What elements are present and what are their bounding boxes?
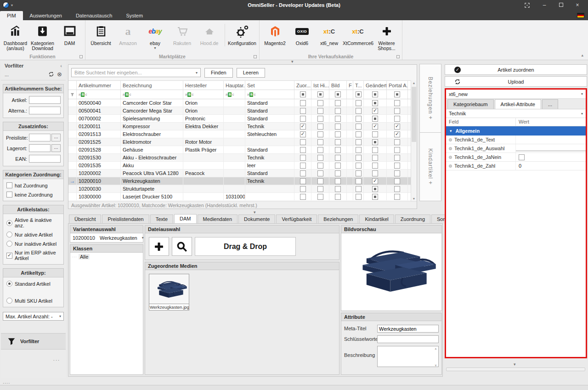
row-checkbox[interactable]: [317, 147, 323, 153]
dialog-launcher-icon[interactable]: [79, 55, 83, 58]
cell-set[interactable]: Standard: [245, 107, 294, 114]
cell-bild[interactable]: [329, 154, 347, 161]
table-row[interactable]: →10200010WerkzeugkastenTechnik: [68, 177, 411, 185]
column-header-portal[interactable]: Portal A...: [387, 81, 408, 90]
cell-geaendert[interactable]: [364, 107, 387, 114]
collapse-left-icon[interactable]: ‹: [60, 63, 62, 68]
row-checkbox[interactable]: [335, 131, 341, 137]
schluesselworte-input[interactable]: [377, 335, 439, 343]
cell-geaendert[interactable]: [364, 193, 387, 200]
ribbon-item-xt6-new[interactable]: xt:C xt6_new: [316, 23, 343, 51]
row-checkbox[interactable]: [356, 170, 362, 176]
media-thumbnail[interactable]: Werkzeugkasten.jpg: [149, 274, 189, 311]
cell-portal[interactable]: [387, 185, 408, 192]
scroll-down-icon[interactable]: ▼: [411, 197, 417, 200]
row-checkbox[interactable]: [317, 116, 323, 122]
attribute-value-cell[interactable]: [516, 136, 586, 144]
feld-column-header[interactable]: Feld: [446, 118, 516, 126]
cell-set[interactable]: leer: [245, 162, 294, 169]
table-row[interactable]: 00700002SpielesammlungProtronicStandard: [68, 115, 411, 123]
row-checkbox[interactable]: [394, 108, 400, 114]
filter-portal[interactable]: [387, 90, 408, 99]
cell-zuor[interactable]: [294, 123, 311, 130]
cell-f[interactable]: [347, 138, 353, 146]
cell-isthi[interactable]: [311, 107, 329, 114]
wert-column-header[interactable]: Wert: [516, 118, 586, 126]
ribbon-item-rakuten[interactable]: Rakuten: [169, 23, 196, 50]
cell-hersteller[interactable]: Protronic: [183, 115, 224, 122]
row-checkbox[interactable]: [372, 124, 378, 130]
attribute-value-cell[interactable]: 0: [516, 162, 586, 170]
cell-portal[interactable]: [387, 130, 408, 138]
cell-zuor[interactable]: [294, 138, 311, 146]
attribute-group-allgemein[interactable]: ▾ Allgemein: [446, 126, 586, 136]
cell-set[interactable]: Standard: [245, 99, 294, 107]
column-header-t[interactable]: T...: [353, 81, 364, 90]
cell-isthi[interactable]: [311, 177, 329, 185]
row-checkbox[interactable]: [394, 131, 400, 137]
cell-hersteller[interactable]: [183, 154, 224, 161]
filter-checkbox[interactable]: [300, 91, 306, 97]
column-header-hauptar[interactable]: Hauptar...: [224, 81, 245, 90]
cell-zuor[interactable]: [294, 154, 311, 161]
cell-f[interactable]: [347, 123, 353, 130]
cell-portal[interactable]: [387, 170, 408, 177]
attribute-row[interactable]: Technik1_de_Zahl0: [446, 162, 586, 170]
search-input[interactable]: Bitte Suchtext hier eingeben... ▾: [71, 68, 201, 77]
cell-portal[interactable]: [387, 162, 408, 169]
cell-geaendert[interactable]: [364, 130, 387, 138]
vertical-scrollbar[interactable]: ▲ ▼: [411, 80, 417, 201]
ribbon-item-dam[interactable]: DAM: [56, 23, 83, 51]
cell-f[interactable]: [347, 154, 353, 161]
cell-f[interactable]: [347, 193, 353, 200]
textarea-scrollbar[interactable]: ▲▼: [434, 347, 438, 367]
cell-hauptar[interactable]: [224, 138, 245, 146]
cell-isthi[interactable]: [311, 123, 329, 130]
row-checkbox[interactable]: [300, 155, 306, 161]
attribute-name-cell[interactable]: Technik1_de_JaNein: [446, 153, 516, 161]
cell-hauptar[interactable]: [224, 99, 245, 107]
tab-texte[interactable]: Texte: [150, 215, 173, 224]
cell-t[interactable]: [353, 154, 364, 161]
cell-bezeichnung[interactable]: Elektroschrauber: [121, 130, 183, 138]
cell-bild[interactable]: [329, 146, 347, 153]
refresh-icon[interactable]: [48, 71, 54, 77]
cell-f[interactable]: [347, 115, 353, 122]
cell-geaendert[interactable]: [364, 154, 387, 161]
cell-bild[interactable]: [329, 107, 347, 114]
row-checkbox[interactable]: [356, 155, 362, 161]
cell-hauptar[interactable]: [224, 170, 245, 177]
cell-bild[interactable]: [329, 115, 347, 122]
row-checkbox[interactable]: [317, 108, 323, 114]
cell-t[interactable]: [353, 115, 364, 122]
cell-f[interactable]: [347, 99, 353, 107]
row-checkbox[interactable]: [394, 147, 400, 153]
cell-artikelnummer[interactable]: 01200011: [77, 123, 121, 130]
cell-bezeichnung[interactable]: Spielesammlung: [121, 115, 183, 122]
row-checkbox[interactable]: [300, 131, 306, 137]
filter-checkbox[interactable]: [335, 91, 341, 97]
search-file-button[interactable]: [172, 237, 192, 256]
row-checkbox[interactable]: [317, 194, 323, 200]
filter-zuor[interactable]: [294, 90, 311, 99]
ribbon-item-xtcommerce6[interactable]: xt:C XtCommerce6: [343, 23, 373, 51]
cell-t[interactable]: [353, 107, 364, 114]
column-header-bezeichnung[interactable]: Bezeichnung: [121, 81, 183, 90]
filter-artikelnummer[interactable]: aBc: [77, 90, 121, 99]
cell-hersteller[interactable]: Peacock: [183, 170, 224, 177]
scroll-up-icon[interactable]: ▲: [411, 81, 417, 85]
row-checkbox[interactable]: [394, 124, 400, 130]
attribute-value-cell[interactable]: [516, 153, 586, 161]
beschreibung-textarea[interactable]: [377, 346, 439, 367]
tab-mediendaten[interactable]: Mediendaten: [198, 215, 238, 224]
cell-zuor[interactable]: [294, 162, 311, 169]
cell-set[interactable]: [245, 193, 294, 200]
column-header-zuor[interactable]: Zuor...: [294, 81, 311, 90]
cell-t[interactable]: [353, 130, 364, 138]
row-checkbox[interactable]: [300, 163, 306, 169]
row-checkbox[interactable]: [356, 147, 362, 153]
cell-bezeichnung[interactable]: Werkzeugkasten: [121, 177, 183, 185]
cell-zuor[interactable]: [294, 146, 311, 153]
cell-hauptar[interactable]: [224, 146, 245, 153]
row-checkbox[interactable]: [300, 124, 306, 130]
